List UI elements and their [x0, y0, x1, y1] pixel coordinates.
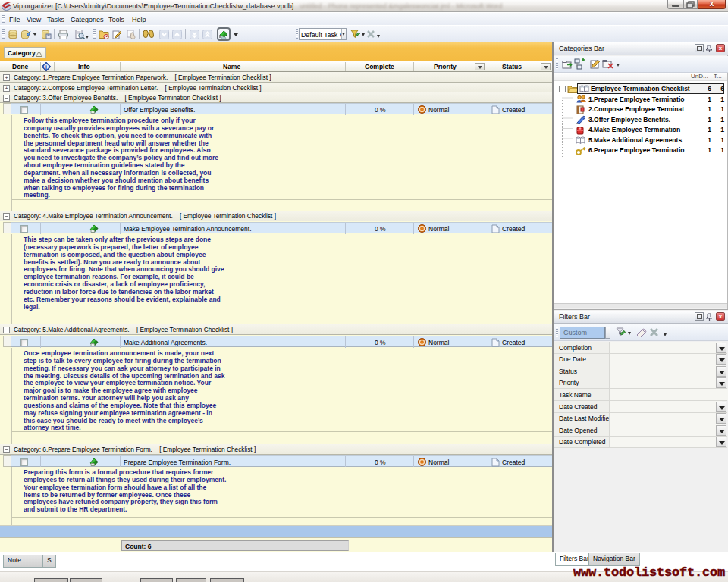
- svg-text:i: i: [46, 64, 47, 70]
